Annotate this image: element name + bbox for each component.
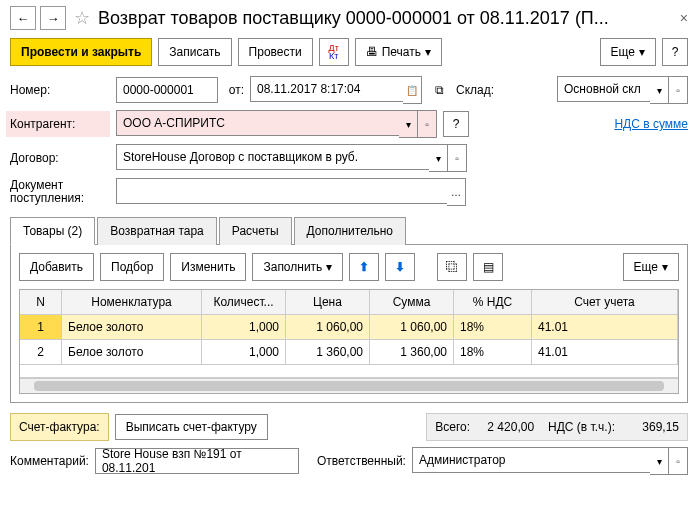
responsible-label: Ответственный: xyxy=(317,454,406,468)
responsible-dropdown[interactable]: ▾ xyxy=(650,447,669,475)
receipt-select[interactable]: … xyxy=(447,178,466,206)
print-button[interactable]: 🖶 Печать ▾ xyxy=(355,38,442,66)
contract-input[interactable]: StoreHouse Договор с поставщиком в руб. xyxy=(116,144,429,170)
dtkt-button[interactable]: ДтКт xyxy=(319,38,349,66)
copy-button[interactable]: ⿻ xyxy=(437,253,467,281)
move-down-button[interactable]: ⬇ xyxy=(385,253,415,281)
warehouse-dropdown[interactable]: ▾ xyxy=(650,76,669,104)
chevron-down-icon: ▾ xyxy=(326,260,332,274)
responsible-input[interactable]: Администратор xyxy=(412,447,650,473)
col-account: Счет учета xyxy=(532,290,678,315)
tab-additional[interactable]: Дополнительно xyxy=(294,217,406,245)
contract-label: Договор: xyxy=(10,151,110,165)
nav-forward-button[interactable]: → xyxy=(40,6,66,30)
invoice-label: Счет-фактура: xyxy=(10,413,109,441)
table-row[interactable]: 2 Белое золото 1,000 1 360,00 1 360,00 1… xyxy=(20,340,678,365)
copy-icon: ⿻ xyxy=(446,260,458,274)
save-button[interactable]: Записать xyxy=(158,38,231,66)
warehouse-input[interactable]: Основной скл xyxy=(557,76,650,102)
contract-dropdown[interactable]: ▾ xyxy=(429,144,448,172)
tab-returnable-tare[interactable]: Возвратная тара xyxy=(97,217,217,245)
total-label: Всего: xyxy=(435,420,470,434)
counterparty-dropdown[interactable]: ▾ xyxy=(399,110,418,138)
cell-n: 1 xyxy=(20,315,62,340)
date-input[interactable]: 08.11.2017 8:17:04 xyxy=(250,76,403,102)
grid-more-label: Еще xyxy=(634,260,658,274)
table-row[interactable]: 1 Белое золото 1,000 1 060,00 1 060,00 1… xyxy=(20,315,678,340)
add-row-button[interactable]: Добавить xyxy=(19,253,94,281)
contract-open[interactable]: ▫ xyxy=(448,144,467,172)
paste-button[interactable]: ▤ xyxy=(473,253,503,281)
paste-icon: ▤ xyxy=(483,260,494,274)
help-button[interactable]: ? xyxy=(662,38,688,66)
calendar-button[interactable]: 📋 xyxy=(403,76,422,104)
comment-input[interactable]: Store House взп №191 от 08.11.201 xyxy=(95,448,299,474)
warehouse-label: Склад: xyxy=(456,83,502,97)
grid-more-button[interactable]: Еще ▾ xyxy=(623,253,679,281)
col-price: Цена xyxy=(286,290,370,315)
from-label: от: xyxy=(224,83,244,97)
post-and-close-button[interactable]: Провести и закрыть xyxy=(10,38,152,66)
pick-button[interactable]: Подбор xyxy=(100,253,164,281)
col-n: N xyxy=(20,290,62,315)
cell-acct: 41.01 xyxy=(532,315,678,340)
arrow-up-icon: ⬆ xyxy=(359,260,369,274)
vat-value: 369,15 xyxy=(629,420,679,434)
nav-back-button[interactable]: ← xyxy=(10,6,36,30)
horizontal-scrollbar[interactable] xyxy=(20,378,678,393)
responsible-open[interactable]: ▫ xyxy=(669,447,688,475)
cell-n: 2 xyxy=(20,340,62,365)
cell-price: 1 060,00 xyxy=(286,315,370,340)
counterparty-open[interactable]: ▫ xyxy=(418,110,437,138)
goods-grid[interactable]: N Номенклатура Количест... Цена Сумма % … xyxy=(19,289,679,394)
comment-label: Комментарий: xyxy=(10,454,89,468)
cell-vat: 18% xyxy=(454,315,532,340)
fill-label: Заполнить xyxy=(263,260,322,274)
fill-button[interactable]: Заполнить ▾ xyxy=(252,253,343,281)
close-button[interactable]: × xyxy=(680,10,688,26)
cell-price: 1 360,00 xyxy=(286,340,370,365)
chevron-down-icon: ▾ xyxy=(662,260,668,274)
tab-goods[interactable]: Товары (2) xyxy=(10,217,95,245)
arrow-down-icon: ⬇ xyxy=(395,260,405,274)
more-label: Еще xyxy=(611,45,635,59)
col-vat: % НДС xyxy=(454,290,532,315)
cell-sum: 1 360,00 xyxy=(370,340,454,365)
calendar-icon: 📋 xyxy=(406,85,418,96)
receipt-input[interactable] xyxy=(116,178,447,204)
counterparty-help[interactable]: ? xyxy=(443,111,469,137)
favorite-star-icon[interactable]: ☆ xyxy=(74,7,90,29)
chevron-down-icon: ▾ xyxy=(639,45,645,59)
counterparty-label: Контрагент: xyxy=(6,111,110,137)
number-label: Номер: xyxy=(10,83,110,97)
more-button[interactable]: Еще ▾ xyxy=(600,38,656,66)
counterparty-input[interactable]: ООО А-СПИРИТС xyxy=(116,110,399,136)
cell-vat: 18% xyxy=(454,340,532,365)
warehouse-open[interactable]: ▫ xyxy=(669,76,688,104)
receipt-label: Документ поступления: xyxy=(10,179,110,205)
print-label: Печать xyxy=(382,45,421,59)
totals-box: Всего: 2 420,00 НДС (в т.ч.): 369,15 xyxy=(426,413,688,441)
post-button[interactable]: Провести xyxy=(238,38,313,66)
cell-sum: 1 060,00 xyxy=(370,315,454,340)
vat-mode-link[interactable]: НДС в сумме xyxy=(614,117,688,131)
link-doc-button[interactable]: ⧉ xyxy=(428,78,450,102)
cell-nom: Белое золото xyxy=(62,315,202,340)
total-value: 2 420,00 xyxy=(484,420,534,434)
chevron-down-icon: ▾ xyxy=(425,45,431,59)
vat-label: НДС (в т.ч.): xyxy=(548,420,615,434)
number-input[interactable]: 0000-000001 xyxy=(116,77,218,103)
create-invoice-button[interactable]: Выписать счет-фактуру xyxy=(115,414,268,440)
link-icon: ⧉ xyxy=(435,83,444,97)
cell-acct: 41.01 xyxy=(532,340,678,365)
window-title: Возврат товаров поставщику 0000-000001 о… xyxy=(98,8,676,29)
move-up-button[interactable]: ⬆ xyxy=(349,253,379,281)
printer-icon: 🖶 xyxy=(366,45,378,59)
cell-qty: 1,000 xyxy=(202,340,286,365)
col-nomenclature: Номенклатура xyxy=(62,290,202,315)
cell-nom: Белое золото xyxy=(62,340,202,365)
edit-button[interactable]: Изменить xyxy=(170,253,246,281)
tab-calculations[interactable]: Расчеты xyxy=(219,217,292,245)
col-quantity: Количест... xyxy=(202,290,286,315)
col-sum: Сумма xyxy=(370,290,454,315)
